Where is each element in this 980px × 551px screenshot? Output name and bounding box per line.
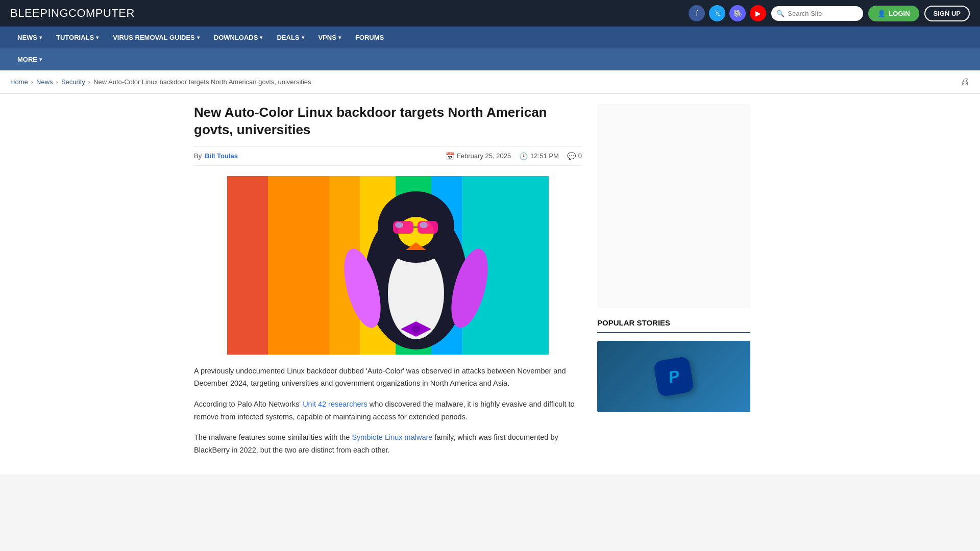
article-paragraph-3: The malware features some similarities w… bbox=[194, 431, 582, 456]
nav-downloads[interactable]: DOWNLOADS bbox=[207, 27, 270, 48]
nav-news[interactable]: NEWS bbox=[10, 27, 49, 48]
user-icon: 👤 bbox=[877, 10, 886, 17]
search-input[interactable] bbox=[771, 6, 863, 21]
by-label: By bbox=[194, 152, 202, 160]
search-box: 🔍 bbox=[771, 6, 863, 21]
article-time: 12:51 PM bbox=[530, 152, 559, 160]
article-date: February 25, 2025 bbox=[457, 152, 511, 160]
mastodon-icon[interactable]: 🐘 bbox=[729, 5, 746, 21]
paypal-icon: P bbox=[653, 356, 694, 397]
breadcrumb-sep-2: › bbox=[56, 78, 58, 86]
logo-bold: BLEEPING bbox=[10, 7, 68, 19]
nav-bar: NEWS TUTORIALS VIRUS REMOVAL GUIDES DOWN… bbox=[0, 27, 980, 48]
header-right: f 𝕏 🐘 ▶ 🔍 👤 LOGIN SIGN UP bbox=[689, 5, 970, 21]
svg-point-16 bbox=[395, 222, 403, 228]
comments-count[interactable]: 💬 0 bbox=[567, 152, 582, 160]
nav-bar-2: MORE bbox=[0, 48, 980, 70]
author-link[interactable]: Bill Toulas bbox=[205, 152, 238, 160]
nav-deals[interactable]: DEALS bbox=[270, 27, 311, 48]
calendar-icon: 📅 bbox=[446, 152, 454, 160]
breadcrumb-sep-3: › bbox=[88, 78, 90, 86]
symbiote-link[interactable]: Symbiote Linux malware bbox=[352, 433, 432, 441]
breadcrumb-bar: Home › News › Security › New Auto-Color … bbox=[0, 70, 980, 94]
facebook-icon[interactable]: f bbox=[689, 5, 705, 21]
popular-stories-title: POPULAR STORIES bbox=[597, 318, 750, 333]
breadcrumb-news[interactable]: News bbox=[36, 78, 53, 86]
breadcrumb-current: New Auto-Color Linux backdoor targets No… bbox=[93, 78, 311, 86]
para3-before: The malware features some similarities w… bbox=[194, 433, 350, 441]
svg-rect-13 bbox=[393, 221, 413, 234]
breadcrumb-sep-1: › bbox=[31, 78, 33, 86]
article-paragraph-1: A previously undocumented Linux backdoor… bbox=[194, 365, 582, 390]
article-content: New Auto-Color Linux backdoor targets No… bbox=[194, 104, 582, 464]
breadcrumb-home[interactable]: Home bbox=[10, 78, 28, 86]
popular-story-thumb[interactable]: P bbox=[597, 341, 750, 412]
signup-button[interactable]: SIGN UP bbox=[924, 6, 970, 21]
social-icons: f 𝕏 🐘 ▶ bbox=[689, 5, 766, 21]
breadcrumb: Home › News › Security › New Auto-Color … bbox=[10, 78, 311, 86]
nav-more[interactable]: MORE bbox=[10, 48, 49, 70]
site-logo[interactable]: BLEEPINGCOMPUTER bbox=[10, 7, 135, 20]
unit42-link[interactable]: Unit 42 researchers bbox=[303, 400, 368, 408]
article-body: A previously undocumented Linux backdoor… bbox=[194, 365, 582, 457]
svg-point-17 bbox=[420, 222, 428, 228]
breadcrumb-security[interactable]: Security bbox=[61, 78, 85, 86]
paypal-letter: P bbox=[667, 366, 680, 387]
login-button[interactable]: 👤 LOGIN bbox=[868, 6, 919, 21]
nav-virus-removal[interactable]: VIRUS REMOVAL GUIDES bbox=[106, 27, 207, 48]
youtube-icon[interactable]: ▶ bbox=[750, 5, 766, 21]
meta-right: 📅 February 25, 2025 🕐 12:51 PM 💬 0 bbox=[446, 152, 582, 160]
comment-icon: 💬 bbox=[567, 152, 576, 160]
nav-tutorials[interactable]: TUTORIALS bbox=[49, 27, 106, 48]
ad-placeholder bbox=[597, 104, 750, 308]
nav-vpns[interactable]: VPNS bbox=[311, 27, 348, 48]
twitter-icon[interactable]: 𝕏 bbox=[709, 5, 725, 21]
clock-icon: 🕐 bbox=[519, 152, 528, 160]
sidebar: POPULAR STORIES P bbox=[597, 104, 750, 464]
login-label: LOGIN bbox=[889, 10, 910, 17]
article-image-svg bbox=[194, 176, 582, 355]
svg-rect-14 bbox=[418, 221, 438, 234]
main-layout: New Auto-Color Linux backdoor targets No… bbox=[184, 94, 796, 474]
article-image bbox=[194, 176, 582, 355]
time-item: 🕐 12:51 PM bbox=[519, 152, 559, 160]
date-item: 📅 February 25, 2025 bbox=[446, 152, 511, 160]
article-title: New Auto-Color Linux backdoor targets No… bbox=[194, 104, 582, 139]
article-paragraph-2: According to Palo Alto Networks' Unit 42… bbox=[194, 398, 582, 423]
search-icon: 🔍 bbox=[776, 10, 785, 17]
article-meta: By Bill Toulas 📅 February 25, 2025 🕐 12:… bbox=[194, 146, 582, 166]
meta-left: By Bill Toulas bbox=[194, 152, 238, 160]
para2-before: According to Palo Alto Networks' bbox=[194, 400, 301, 408]
comments-number: 0 bbox=[578, 152, 582, 160]
print-icon[interactable]: 🖨 bbox=[961, 77, 970, 87]
svg-point-19 bbox=[412, 325, 420, 333]
logo-regular: COMPUTER bbox=[68, 7, 135, 19]
nav-forums[interactable]: FORUMS bbox=[348, 27, 391, 48]
